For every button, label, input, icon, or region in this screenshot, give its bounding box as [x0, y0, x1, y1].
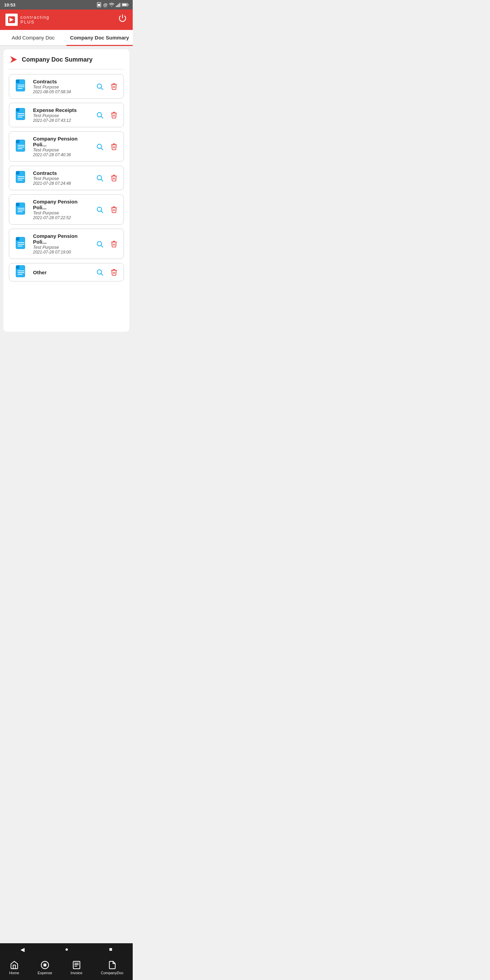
- svg-line-46: [101, 211, 103, 213]
- doc-info-3: Company Pension Poli... Test Purpose 202…: [33, 136, 91, 157]
- doc-date-3: 2021-07-28 07:40:36: [33, 153, 91, 157]
- red-arrow-icon: [10, 56, 18, 64]
- doc-icon-7: [14, 265, 29, 280]
- svg-rect-41: [16, 203, 19, 206]
- doc-name-3: Company Pension Poli...: [33, 136, 91, 147]
- search-icon-3: [96, 143, 103, 150]
- logo-text: contracting PLUS: [21, 15, 50, 25]
- svg-rect-13: [16, 80, 19, 83]
- section-header: Company Doc Summary: [9, 55, 124, 64]
- doc-actions-3: [95, 142, 119, 151]
- search-button-3[interactable]: [95, 142, 105, 151]
- signal-icon: [116, 2, 121, 7]
- svg-rect-5: [119, 3, 120, 7]
- delete-button-2[interactable]: [109, 110, 119, 120]
- tab-company-doc-summary[interactable]: Company Doc Summary: [66, 30, 133, 45]
- search-button-6[interactable]: [95, 239, 105, 249]
- svg-rect-1: [98, 4, 100, 6]
- at-icon: @: [103, 2, 108, 8]
- doc-item-2: Expense Receipts Test Purpose 2021-07-28…: [9, 103, 124, 127]
- delete-button-7[interactable]: [109, 267, 119, 277]
- svg-line-53: [101, 245, 103, 247]
- doc-date-2: 2021-07-28 07:43:12: [33, 118, 91, 123]
- doc-name-6: Company Pension Poli...: [33, 233, 91, 245]
- doc-name-7: Other: [33, 269, 91, 275]
- doc-icon-1: [14, 79, 29, 94]
- svg-rect-27: [16, 140, 19, 143]
- doc-actions-5: [95, 205, 119, 215]
- status-bar: 10:53 @: [0, 0, 133, 10]
- search-button-7[interactable]: [95, 267, 105, 277]
- search-button-5[interactable]: [95, 205, 105, 215]
- delete-button-1[interactable]: [109, 82, 119, 91]
- doc-icon-5: [14, 202, 29, 217]
- wifi-icon: [109, 3, 115, 7]
- doc-info-7: Other: [33, 269, 91, 275]
- tab-add-company-doc[interactable]: Add Company Doc: [0, 30, 66, 45]
- svg-rect-20: [16, 108, 19, 111]
- doc-name-5: Company Pension Poli...: [33, 199, 91, 210]
- doc-name-1: Contracts: [33, 79, 91, 84]
- doc-item-3: Company Pension Poli... Test Purpose 202…: [9, 131, 124, 162]
- doc-icon-6: [14, 237, 29, 251]
- doc-actions-2: [95, 110, 119, 120]
- status-time: 10:53: [4, 2, 15, 8]
- doc-actions-7: [95, 267, 119, 277]
- main-content: Company Doc Summary Contracts Test Purpo…: [3, 49, 129, 332]
- delete-icon-1: [110, 83, 118, 90]
- doc-info-2: Expense Receipts Test Purpose 2021-07-28…: [33, 107, 91, 123]
- logo-svg: [8, 16, 16, 24]
- delete-icon-6: [110, 240, 118, 248]
- battery-icon: [122, 3, 129, 7]
- svg-marker-11: [10, 56, 17, 63]
- doc-item-4: Contracts Test Purpose 2021-07-28 07:24:…: [9, 166, 124, 190]
- search-button-2[interactable]: [95, 110, 105, 120]
- svg-line-32: [101, 148, 103, 150]
- doc-icon-2: [14, 108, 29, 123]
- doc-actions-6: [95, 239, 119, 249]
- doc-item-7: Other: [9, 263, 124, 282]
- logo: contracting PLUS: [5, 14, 50, 26]
- svg-line-39: [101, 179, 103, 181]
- doc-date-6: 2021-07-28 07:19:00: [33, 250, 91, 255]
- delete-button-4[interactable]: [109, 173, 119, 183]
- svg-line-25: [101, 116, 103, 118]
- sim-icon: [96, 2, 102, 8]
- doc-icon-3: [14, 139, 29, 154]
- tab-bar: Add Company Doc Company Doc Summary: [0, 30, 133, 46]
- svg-rect-8: [128, 4, 128, 5]
- svg-rect-3: [117, 5, 118, 7]
- search-button-4[interactable]: [95, 173, 105, 183]
- doc-purpose-3: Test Purpose: [33, 147, 91, 153]
- search-icon-1: [96, 83, 103, 90]
- delete-icon-7: [110, 269, 118, 276]
- delete-icon-2: [110, 111, 118, 119]
- search-button-1[interactable]: [95, 82, 105, 91]
- doc-date-4: 2021-07-28 07:24:48: [33, 181, 91, 186]
- doc-info-1: Contracts Test Purpose 2021-08-05 07:58:…: [33, 79, 91, 94]
- delete-icon-4: [110, 174, 118, 182]
- svg-rect-7: [122, 4, 127, 6]
- svg-line-60: [101, 274, 103, 275]
- doc-purpose-5: Test Purpose: [33, 210, 91, 215]
- logo-icon: [5, 14, 18, 26]
- svg-rect-34: [16, 171, 19, 175]
- document-list: Contracts Test Purpose 2021-08-05 07:58:…: [9, 74, 124, 326]
- power-icon: [118, 14, 127, 24]
- svg-rect-48: [16, 237, 19, 240]
- doc-info-4: Contracts Test Purpose 2021-07-28 07:24:…: [33, 170, 91, 186]
- delete-button-6[interactable]: [109, 239, 119, 249]
- doc-item-5: Company Pension Poli... Test Purpose 202…: [9, 194, 124, 224]
- delete-button-5[interactable]: [109, 205, 119, 215]
- doc-actions-4: [95, 173, 119, 183]
- delete-icon-5: [110, 206, 118, 213]
- doc-name-4: Contracts: [33, 170, 91, 176]
- search-icon-5: [96, 206, 103, 213]
- power-button[interactable]: [118, 14, 127, 25]
- doc-purpose-1: Test Purpose: [33, 84, 91, 89]
- doc-item-6: Company Pension Poli... Test Purpose 202…: [9, 229, 124, 259]
- svg-rect-2: [116, 6, 117, 7]
- doc-date-5: 2021-07-28 07:22:52: [33, 215, 91, 220]
- delete-button-3[interactable]: [109, 142, 119, 151]
- section-icon: [9, 55, 18, 64]
